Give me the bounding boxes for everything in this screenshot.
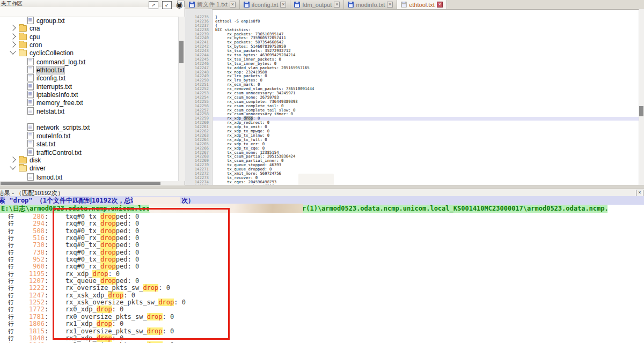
- tree-item-ethtool.txt[interactable]: ethtool.txt: [0, 66, 178, 74]
- tree-item-lsmod.txt[interactable]: lsmod.txt: [0, 173, 178, 181]
- tree-item-disk[interactable]: disk: [0, 156, 178, 165]
- result-colon: :: [45, 320, 50, 327]
- result-line-number: 730: [18, 242, 45, 249]
- editor-vertical-scrollbar-thumb[interactable]: [639, 106, 643, 116]
- result-colon: :: [45, 292, 50, 299]
- saved-floppy-icon: [348, 2, 354, 8]
- tree-item-label: network_scripts.txt: [36, 124, 90, 131]
- result-line-number: 1207: [18, 278, 45, 285]
- file-icon: [27, 83, 34, 90]
- result-colon: :: [45, 228, 50, 235]
- tree-item-driver[interactable]: driver: [0, 165, 178, 173]
- code-line: tx_added_vlan_packets: 205165957165: [215, 66, 639, 70]
- code-line: rx_xdp_tx_full: 0: [215, 138, 639, 142]
- tree-item-network_scripts.txt[interactable]: network_scripts.txt: [0, 123, 178, 131]
- code-line: tx_recover: 0: [215, 176, 639, 180]
- result-colon: :: [45, 328, 50, 335]
- result-colon: :: [45, 263, 50, 270]
- search-summary-line[interactable]: 搜索 "drop" （1个文件中匹配到10192次，总计 次）: [0, 196, 644, 205]
- folder-icon: [19, 25, 27, 32]
- line-prefix-label: 行: [8, 256, 18, 263]
- tree-item-routeInfo.txt[interactable]: routeInfo.txt: [0, 132, 178, 140]
- folder-icon: [19, 42, 27, 48]
- tab-ethtool.txt[interactable]: ethtool.txt×: [397, 0, 447, 9]
- tree-item-cron[interactable]: cron: [0, 41, 178, 49]
- code-line: tx_queue_stopped: 46393: [215, 163, 639, 167]
- saved-floppy-icon: [401, 2, 407, 8]
- workspace-vertical-scrollbar-thumb[interactable]: [179, 41, 184, 63]
- file-icon: [27, 140, 34, 147]
- tab-close-icon[interactable]: ×: [230, 2, 236, 8]
- tree-item-label: cpu: [30, 33, 40, 41]
- result-colon: :: [45, 335, 50, 342]
- tree-item-label: cyclicCollection: [30, 49, 74, 57]
- code-line: rx_lro_bytes: 0: [215, 78, 639, 83]
- result-line-number: 1222: [18, 285, 45, 292]
- result-line-number: 952: [18, 256, 45, 263]
- tree-item-cna[interactable]: cna: [0, 25, 178, 33]
- tree-item-label: netstat.txt: [36, 108, 64, 115]
- tab-close-icon[interactable]: ×: [437, 2, 443, 8]
- line-prefix-label: 行: [8, 278, 18, 285]
- file-icon: [27, 58, 34, 65]
- tree-item-cgroup.txt[interactable]: cgroup.txt: [0, 17, 178, 25]
- line-prefix-label: 行: [8, 228, 18, 235]
- tab-close-icon[interactable]: ×: [334, 2, 340, 8]
- result-line-number: 508: [18, 228, 45, 235]
- tab-label: ethtool.txt: [409, 2, 435, 8]
- tab--1.txt[interactable]: 新文件 1.txt×: [185, 0, 240, 9]
- tree-item-cyclicCollection[interactable]: cyclicCollection: [0, 49, 178, 57]
- code-line: tx_tso_inner_packets: 0: [215, 57, 639, 62]
- line-prefix-label: 行: [8, 271, 18, 278]
- tree-item-label: cron: [30, 41, 42, 49]
- code-line: tx_nop: 232419588: [215, 70, 639, 74]
- tab-fdm_output[interactable]: fdm_output×: [290, 0, 344, 9]
- line-prefix-label: 行: [8, 285, 18, 292]
- result-colon: :: [45, 249, 50, 256]
- result-line-number: 1195: [18, 271, 45, 278]
- tree-item-iptablesInfo.txt[interactable]: iptablesInfo.txt: [0, 91, 178, 99]
- folder-icon: [19, 50, 27, 56]
- chevron-down-icon[interactable]: [10, 49, 16, 55]
- chevron-down-icon[interactable]: [10, 164, 16, 170]
- result-colon: :: [45, 314, 50, 320]
- folder-icon: [19, 34, 27, 40]
- tree-item-netstat.txt[interactable]: netstat.txt: [0, 107, 178, 115]
- tree-item-trafficControl.txt[interactable]: trafficControl.txt: [0, 148, 178, 156]
- folder-workspace-tree: cgroup.txtcnacpucroncyclicCollectioncomm…: [0, 17, 178, 181]
- locate-current-file-icon[interactable]: ◉: [175, 1, 184, 8]
- tree-item-command_log.txt[interactable]: command_log.txt: [0, 58, 178, 66]
- results-panel-title: 搜索结果 - （匹配10192次）: [0, 189, 64, 197]
- folder-icon: [19, 165, 27, 172]
- result-line-number: 516: [18, 235, 45, 242]
- chevron-right-icon[interactable]: [10, 33, 16, 39]
- chevron-right-icon[interactable]: [10, 156, 16, 162]
- tree-item-cpu[interactable]: cpu: [0, 33, 178, 41]
- collapse-all-icon[interactable]: ↙: [162, 1, 172, 9]
- code-line: }: [215, 15, 639, 19]
- tree-item-label: disk: [30, 156, 41, 164]
- tree-item-label: cgroup.txt: [36, 17, 65, 25]
- editor-text-area[interactable]: }ethtool -S enp1s0f0{NIC statistics: rx_…: [215, 9, 639, 185]
- tab-modinfo.txt[interactable]: modinfo.txt×: [344, 0, 397, 9]
- tree-item-label: command_log.txt: [36, 58, 85, 66]
- tree-item-memory_free.txt[interactable]: memory_free.txt: [0, 99, 178, 107]
- result-line-number: 1815: [18, 328, 45, 335]
- tree-item-interrupts.txt[interactable]: interrupts.txt: [0, 83, 178, 91]
- tree-item-ifconfig.txt[interactable]: ifconfig.txt: [0, 74, 178, 82]
- chevron-right-icon[interactable]: [10, 25, 16, 31]
- line-prefix-label: 行: [8, 328, 18, 335]
- expand-all-icon[interactable]: ↗: [149, 1, 158, 9]
- code-line: rx_xdp_tx_inlnw: 0: [215, 133, 639, 138]
- tab-close-icon[interactable]: ×: [280, 2, 286, 8]
- file-icon: [27, 99, 34, 106]
- file-icon: [27, 17, 34, 24]
- editor-vertical-scrollbar[interactable]: [639, 9, 644, 185]
- line-prefix-label: 行: [8, 249, 18, 256]
- code-line: rx_xdp_tx_err: 0: [215, 142, 639, 146]
- tree-item-stat.txt[interactable]: stat.txt: [0, 140, 178, 148]
- tab-close-icon[interactable]: ×: [387, 2, 393, 8]
- chevron-right-icon[interactable]: [10, 41, 16, 47]
- workspace-horizontal-scrollbar-thumb[interactable]: [1, 182, 160, 185]
- tab-ifconfig.txt[interactable]: ifconfig.txt×: [240, 0, 291, 9]
